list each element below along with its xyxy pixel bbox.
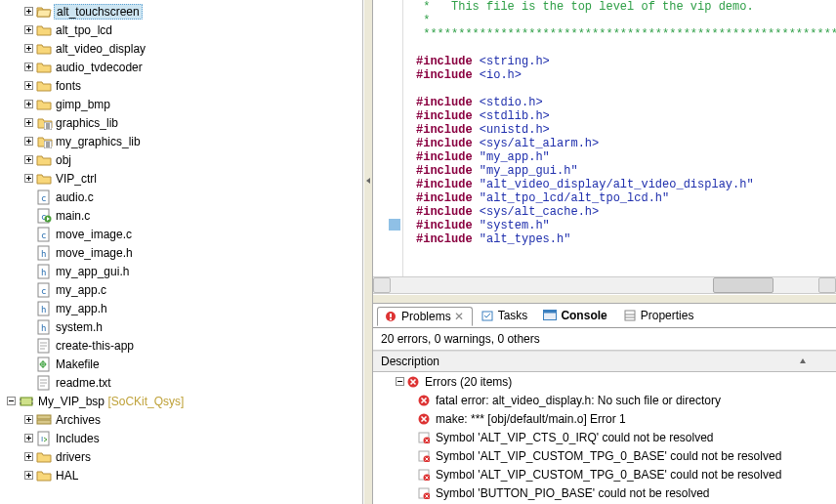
editor-area: * This file is the top level of the vip …	[373, 0, 836, 504]
group-label: Errors (20 items)	[425, 375, 512, 389]
scroll-right-button[interactable]	[818, 277, 836, 293]
problem-text: Symbol 'BUTTON_PIO_BASE' could not be re…	[436, 486, 710, 500]
folder-lib-icon	[36, 134, 52, 149]
tree-label: my_app.h	[56, 302, 107, 315]
c-main-icon: c	[36, 208, 52, 224]
problem-item[interactable]: make: *** [obj/default/main.o] Error 1	[373, 409, 836, 428]
tree-item[interactable]: alt_touchscreen	[0, 2, 362, 21]
tree-item[interactable]: VIP_ctrl	[0, 169, 362, 188]
svg-rect-91	[390, 314, 392, 317]
tab-label: Tasks	[498, 309, 528, 322]
tree-label: move_image.c	[56, 228, 132, 241]
problem-item[interactable]: Symbol 'ALT_VIP_CUSTOM_TPG_0_BASE' could…	[373, 446, 836, 465]
tree-item[interactable]: graphics_lib	[0, 113, 362, 132]
tab-properties[interactable]: Properties	[617, 307, 702, 324]
expand-icon[interactable]	[23, 80, 34, 91]
expand-icon[interactable]	[23, 43, 34, 54]
scroll-thumb[interactable]	[713, 277, 773, 293]
expand-icon[interactable]	[23, 433, 34, 443]
vertical-sash[interactable]	[363, 0, 373, 504]
scroll-track[interactable]	[391, 277, 818, 293]
code-editor[interactable]: * This file is the top level of the vip …	[373, 0, 836, 294]
expand-icon[interactable]	[23, 24, 34, 35]
unresolved-icon	[418, 432, 430, 443]
close-icon[interactable]: ✕	[454, 310, 464, 323]
h-icon: h	[36, 245, 52, 261]
tree-item[interactable]: obj	[0, 150, 362, 169]
svg-rect-69	[21, 398, 32, 405]
tree-item[interactable]: cmy_app.c	[0, 280, 362, 299]
problem-item[interactable]: fatal error: alt_video_display.h: No suc…	[373, 391, 836, 409]
project-node-bsp[interactable]: My_VIP_bsp [SoCKit_Qsys]	[0, 392, 362, 410]
problem-item[interactable]: Symbol 'BUTTON_PIO_BASE' could not be re…	[373, 483, 836, 502]
expand-icon[interactable]	[23, 173, 34, 184]
problem-text: make: *** [obj/default/main.o] Error 1	[436, 412, 626, 426]
tree-item[interactable]: drivers	[0, 447, 362, 466]
tree-item[interactable]: readme.txt	[0, 373, 362, 392]
folder-lib-icon	[36, 115, 52, 131]
tree-item[interactable]: hmy_app.h	[0, 299, 362, 317]
expand-icon[interactable]	[6, 396, 17, 406]
tree-item[interactable]: Archives	[0, 410, 362, 429]
tree-item[interactable]: gimp_bmp	[0, 95, 362, 113]
tab-console[interactable]: Console	[537, 307, 614, 324]
tab-problems[interactable]: Problems ✕	[377, 307, 473, 326]
description-column-header[interactable]: Description	[373, 351, 836, 372]
tree-item[interactable]: create-this-app	[0, 336, 362, 355]
expand-icon[interactable]	[23, 470, 34, 481]
tree-item[interactable]: Makefile	[0, 355, 362, 373]
folder-icon	[36, 97, 52, 112]
tree-item[interactable]: my_graphics_lib	[0, 132, 362, 150]
tree-item[interactable]: alt_video_display	[0, 39, 362, 58]
tree-label: HAL	[56, 469, 78, 483]
project-explorer[interactable]: alt_touchscreenalt_tpo_lcdalt_video_disp…	[0, 0, 363, 504]
problems-list[interactable]: Errors (20 items) fatal error: alt_video…	[373, 372, 836, 504]
c-icon: c	[36, 282, 52, 298]
chip-icon	[19, 394, 34, 409]
unresolved-icon	[418, 469, 430, 481]
expand-icon[interactable]	[23, 117, 34, 128]
scroll-left-button[interactable]	[373, 277, 391, 293]
tree-item[interactable]: caudio.c	[0, 188, 362, 206]
tree-item[interactable]: hmove_image.h	[0, 243, 362, 262]
svg-text:h: h	[41, 268, 46, 277]
expand-icon[interactable]	[23, 414, 34, 425]
tree-label: audio_tvdecoder	[56, 61, 143, 74]
svg-rect-77	[37, 415, 51, 419]
inc-icon: I	[36, 431, 52, 446]
info-marker-icon	[389, 219, 400, 231]
editor-hscrollbar[interactable]	[373, 276, 836, 293]
tree-item[interactable]: HAL	[0, 466, 362, 484]
tree-item[interactable]: hmy_app_gui.h	[0, 262, 362, 280]
svg-rect-82	[38, 432, 49, 445]
editor-content[interactable]: * This file is the top level of the vip …	[416, 0, 836, 277]
ide-window: alt_touchscreenalt_tpo_lcdalt_video_disp…	[0, 0, 836, 504]
problems-group[interactable]: Errors (20 items)	[373, 372, 836, 391]
expand-icon[interactable]	[23, 154, 34, 165]
tree-label: alt_touchscreen	[54, 4, 143, 20]
collapse-icon[interactable]	[395, 376, 405, 387]
problem-item[interactable]: Symbol 'ALT_VIP_CTS_0_IRQ' could not be …	[373, 428, 836, 446]
tab-label: Console	[561, 309, 606, 322]
expand-icon[interactable]	[23, 451, 34, 462]
expand-icon[interactable]	[23, 136, 34, 147]
tab-tasks[interactable]: Tasks	[475, 307, 536, 324]
tree-item[interactable]: IIncludes	[0, 429, 362, 447]
expand-icon[interactable]	[23, 6, 34, 17]
horizontal-sash[interactable]	[373, 294, 836, 304]
expand-icon[interactable]	[23, 62, 34, 72]
tree-label: alt_video_display	[56, 42, 146, 56]
tree-item[interactable]: cmain.c	[0, 206, 362, 225]
bsp-label: My_VIP_bsp [SoCKit_Qsys]	[38, 395, 184, 408]
svg-text:h: h	[41, 305, 46, 315]
tree-item[interactable]: cmove_image.c	[0, 225, 362, 243]
tree-item[interactable]: hsystem.h	[0, 317, 362, 336]
tree-item[interactable]: audio_tvdecoder	[0, 58, 362, 76]
tree-label: graphics_lib	[56, 116, 118, 130]
svg-text:I: I	[41, 435, 43, 443]
tree-item[interactable]: fonts	[0, 76, 362, 95]
expand-icon[interactable]	[23, 99, 34, 109]
txt-icon	[36, 338, 52, 354]
tree-item[interactable]: alt_tpo_lcd	[0, 21, 362, 39]
problem-item[interactable]: Symbol 'ALT_VIP_CUSTOM_TPG_0_BASE' could…	[373, 465, 836, 483]
